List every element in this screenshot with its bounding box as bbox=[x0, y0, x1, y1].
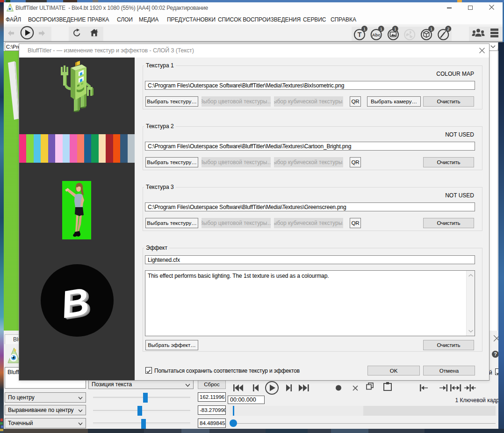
svg-text:Abc: Abc bbox=[372, 32, 381, 37]
svg-text:1: 1 bbox=[394, 27, 396, 31]
svg-text:1: 1 bbox=[380, 27, 382, 31]
svg-text:1: 1 bbox=[430, 27, 432, 31]
svg-text:T: T bbox=[358, 31, 362, 38]
svg-text:1: 1 bbox=[363, 27, 366, 31]
svg-text:2: 2 bbox=[447, 27, 449, 31]
